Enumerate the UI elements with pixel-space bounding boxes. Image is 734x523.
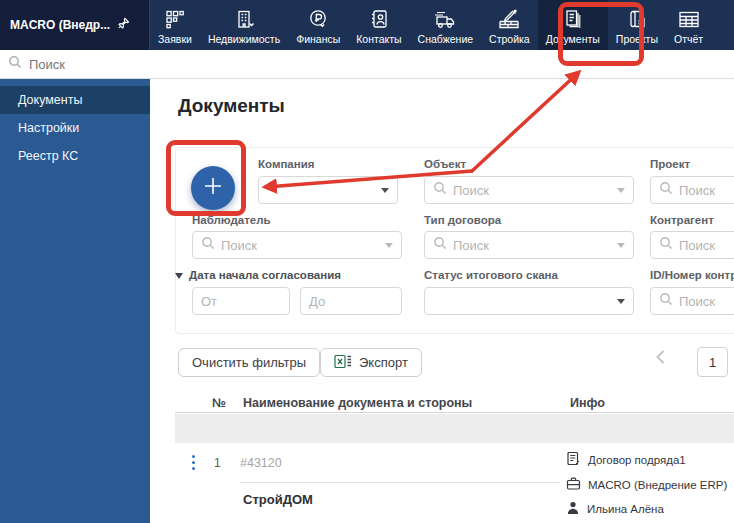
chevron-down-icon [381, 188, 389, 193]
nav-item-stroyka[interactable]: Стройка [481, 0, 538, 50]
search-icon [659, 292, 673, 310]
row-doc-id: #43120 [240, 456, 282, 470]
nav-item-otchet[interactable]: Отчёт [666, 0, 711, 50]
sidebar-search-input[interactable] [29, 57, 129, 72]
sidebar-item-nastroyki[interactable]: Настройки [0, 114, 150, 142]
chevron-down-icon [385, 243, 393, 248]
row-inner-divider [240, 482, 560, 483]
document-icon [566, 451, 581, 468]
plus-icon [202, 175, 224, 201]
report-table-icon [677, 8, 701, 30]
workspace-name: MACRO (Внедр... [10, 18, 110, 32]
counterparty-filter-select[interactable] [650, 231, 734, 259]
project-filter-select[interactable] [650, 176, 734, 204]
ruble-circle-icon [307, 8, 329, 30]
chevron-left-icon [655, 348, 666, 369]
nav-item-kontakty[interactable]: Контакты [348, 0, 409, 50]
clear-filters-button[interactable]: Очистить фильтры [178, 348, 320, 377]
contract-id-filter-label: ID/Номер контра [650, 269, 734, 281]
workspace-switcher[interactable]: MACRO (Внедр... [0, 0, 150, 50]
scan-status-filter-select[interactable] [424, 287, 634, 315]
column-header-info: Инфо [570, 396, 605, 410]
construction-icon [497, 8, 521, 30]
pushpin-icon[interactable] [117, 17, 130, 33]
contract-type-filter-input[interactable] [453, 238, 611, 253]
truck-icon [433, 8, 457, 30]
pagination-page-input[interactable] [697, 347, 728, 377]
sidebar-search[interactable] [0, 50, 150, 78]
excel-export-icon [334, 354, 352, 372]
nav-label: Документы [546, 33, 600, 45]
object-filter-select[interactable] [424, 176, 634, 204]
observer-filter-input[interactable] [221, 238, 379, 253]
nav-label: Заявки [158, 33, 192, 45]
row-info-person: Ильина Алёна [566, 501, 664, 517]
building-icon [233, 8, 255, 30]
column-header-number: № [212, 396, 226, 410]
observer-filter-label: Наблюдатель [192, 214, 271, 226]
row-menu-icon[interactable] [190, 453, 197, 472]
documents-icon [562, 8, 584, 30]
nav-label: Снабжение [418, 33, 473, 45]
date-to-field[interactable] [300, 287, 402, 315]
main-nav: Заявки Недвижимость [150, 0, 734, 50]
person-icon [566, 501, 580, 517]
object-filter-label: Объект [424, 158, 466, 170]
briefcase-icon [566, 476, 581, 493]
nav-item-zayavki[interactable]: Заявки [150, 0, 200, 50]
secondary-header [0, 50, 734, 79]
search-icon [201, 236, 215, 254]
nav-item-proekty[interactable]: Проекты [608, 0, 666, 50]
scan-status-filter-label: Статус итогового скана [424, 269, 558, 281]
row-number: 1 [214, 456, 221, 470]
nav-label: Финансы [296, 33, 340, 45]
collapse-triangle-icon [175, 273, 183, 279]
contract-type-filter-select[interactable] [424, 231, 634, 259]
column-header-name: Наименование документа и стороны [243, 396, 472, 410]
object-filter-input[interactable] [453, 183, 611, 198]
nav-item-finansy[interactable]: Финансы [288, 0, 348, 50]
nav-label: Контакты [356, 33, 401, 45]
date-to-input[interactable] [309, 294, 393, 309]
pagination-prev-button[interactable] [655, 349, 666, 368]
sidebar-item-reestr-ks[interactable]: Реестр КС [0, 142, 150, 170]
date-from-input[interactable] [201, 294, 281, 309]
table-group-band [175, 414, 734, 443]
search-icon [433, 181, 447, 199]
nav-item-dokumenty[interactable]: Документы [538, 0, 608, 50]
observer-filter-select[interactable] [192, 231, 402, 259]
top-bar: MACRO (Внедр... Заявки [0, 0, 734, 50]
sidebar-item-dokumenty[interactable]: Документы [0, 86, 150, 114]
search-icon [433, 236, 447, 254]
chevron-down-icon [617, 243, 625, 248]
contacts-book-icon [368, 8, 390, 30]
search-icon [659, 181, 673, 199]
nav-item-snabzhenie[interactable]: Снабжение [410, 0, 481, 50]
search-icon [8, 55, 22, 73]
company-filter-label: Компания [258, 158, 314, 170]
approval-date-filter-label[interactable]: Дата начала согласования [175, 269, 341, 281]
app-window: MACRO (Внедр... Заявки [0, 0, 734, 523]
blueprint-icon [626, 8, 648, 30]
nav-label: Проекты [616, 33, 658, 45]
counterparty-filter-input[interactable] [679, 238, 734, 253]
sidebar: Документы Настройки Реестр КС [0, 79, 150, 523]
nav-label: Отчёт [674, 33, 703, 45]
search-icon [659, 236, 673, 254]
nav-item-nedvizhimost[interactable]: Недвижимость [200, 0, 288, 50]
counterparty-filter-label: Контрагент [650, 214, 714, 226]
nav-label: Недвижимость [208, 33, 280, 45]
date-from-field[interactable] [192, 287, 290, 315]
row-party-name: СтройДОМ [243, 492, 313, 507]
add-document-button[interactable] [191, 166, 235, 210]
row-info-company: MACRO (Внедрение ERP) [566, 476, 727, 493]
contract-id-filter-input[interactable] [679, 294, 734, 309]
contract-type-filter-label: Тип договора [424, 214, 501, 226]
table-header-divider [175, 412, 734, 413]
apps-grid-icon [164, 8, 186, 30]
export-button[interactable]: Экспорт [320, 348, 422, 377]
project-filter-label: Проект [650, 158, 690, 170]
contract-id-filter-field[interactable] [650, 287, 734, 315]
company-filter-select[interactable] [258, 176, 398, 204]
project-filter-input[interactable] [679, 183, 734, 198]
